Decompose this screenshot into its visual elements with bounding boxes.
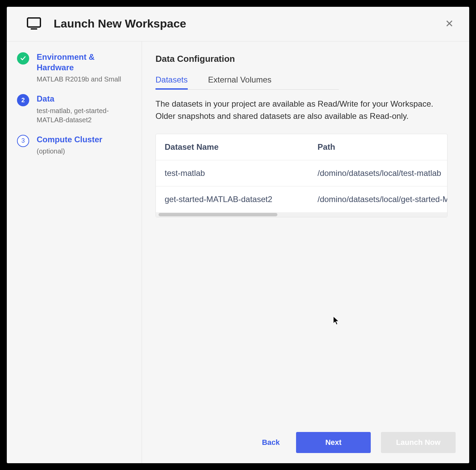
horizontal-scrollbar[interactable] bbox=[156, 212, 447, 217]
launch-workspace-modal: Launch New Workspace ✕ Environment & Har… bbox=[7, 7, 469, 463]
section-title: Data Configuration bbox=[155, 54, 456, 64]
step-number-icon: 2 bbox=[17, 94, 29, 106]
close-icon[interactable]: ✕ bbox=[443, 16, 456, 32]
col-header-name: Dataset Name bbox=[156, 134, 309, 160]
step-content: Compute Cluster (optional) bbox=[37, 134, 132, 156]
table-row: test-matlab /domino/datasets/local/test-… bbox=[156, 160, 447, 186]
modal-header: Launch New Workspace ✕ bbox=[7, 7, 469, 41]
step-title[interactable]: Data bbox=[37, 93, 132, 104]
main-panel: Data Configuration Datasets External Vol… bbox=[142, 41, 469, 463]
scrollbar-thumb[interactable] bbox=[159, 213, 277, 216]
table-scroll[interactable]: Dataset Name Path test-matlab /domino/da… bbox=[156, 134, 447, 212]
launch-now-button: Launch Now bbox=[381, 432, 456, 453]
step-subtitle: (optional) bbox=[37, 147, 132, 156]
step-content: Environment & Hardware MATLAB R2019b and… bbox=[37, 52, 132, 84]
step-data[interactable]: 2 Data test-matlab, get-started-MATLAB-d… bbox=[17, 93, 132, 124]
next-button[interactable]: Next bbox=[296, 432, 371, 453]
svg-rect-0 bbox=[28, 18, 40, 27]
data-config-tabs: Datasets External Volumes bbox=[155, 72, 339, 90]
cell-dataset-path: /domino/datasets/local/get-started-MATLA… bbox=[309, 186, 447, 213]
table-header-row: Dataset Name Path bbox=[156, 134, 447, 160]
col-header-path: Path bbox=[309, 134, 447, 160]
cell-dataset-path: /domino/datasets/local/test-matlab bbox=[309, 160, 447, 186]
back-button[interactable]: Back bbox=[256, 432, 286, 453]
svg-rect-1 bbox=[31, 28, 37, 30]
wizard-footer: Back Next Launch Now bbox=[155, 422, 456, 453]
monitor-icon bbox=[26, 17, 41, 30]
tab-datasets[interactable]: Datasets bbox=[155, 72, 188, 89]
cell-dataset-name: get-started-MATLAB-dataset2 bbox=[156, 186, 309, 213]
step-subtitle: test-matlab, get-started-MATLAB-dataset2 bbox=[37, 106, 132, 125]
step-compute-cluster[interactable]: 3 Compute Cluster (optional) bbox=[17, 134, 132, 156]
table-row: get-started-MATLAB-dataset2 /domino/data… bbox=[156, 186, 447, 213]
step-number-icon: 3 bbox=[17, 135, 29, 147]
cell-dataset-name: test-matlab bbox=[156, 160, 309, 186]
modal-body: Environment & Hardware MATLAB R2019b and… bbox=[7, 41, 469, 463]
datasets-table: Dataset Name Path test-matlab /domino/da… bbox=[155, 134, 447, 217]
datasets-description: The datasets in your project are availab… bbox=[155, 98, 441, 122]
step-title[interactable]: Compute Cluster bbox=[37, 134, 132, 145]
modal-title: Launch New Workspace bbox=[54, 17, 443, 30]
check-icon bbox=[17, 52, 29, 65]
step-environment[interactable]: Environment & Hardware MATLAB R2019b and… bbox=[17, 52, 132, 84]
wizard-sidebar: Environment & Hardware MATLAB R2019b and… bbox=[7, 41, 142, 463]
tab-external-volumes[interactable]: External Volumes bbox=[208, 72, 272, 89]
step-subtitle: MATLAB R2019b and Small bbox=[37, 75, 132, 84]
step-content: Data test-matlab, get-started-MATLAB-dat… bbox=[37, 93, 132, 124]
step-title[interactable]: Environment & Hardware bbox=[37, 52, 132, 73]
